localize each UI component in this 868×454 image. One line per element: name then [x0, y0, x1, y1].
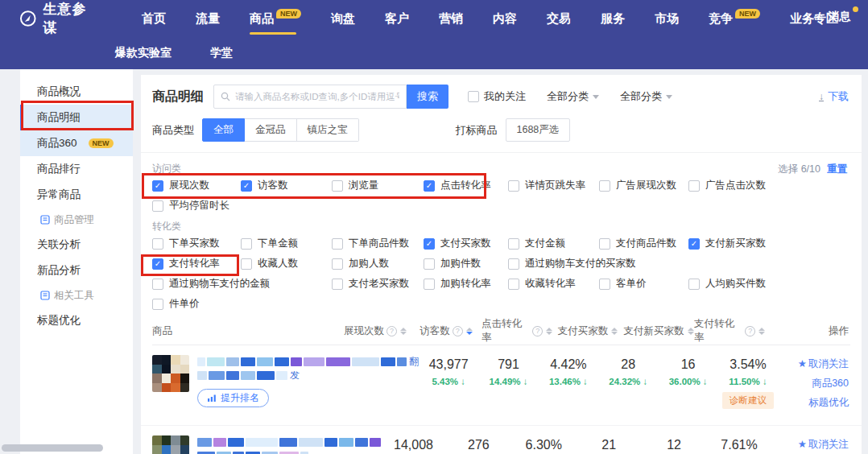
nav-item-link[interactable]: 交易 [547, 0, 571, 37]
nav-item-link[interactable]: 营销 [439, 0, 463, 37]
metric-checkbox[interactable]: ✓支付买家数 [424, 237, 508, 250]
column-header[interactable]: 访客数 [411, 324, 482, 338]
info-icon[interactable] [453, 326, 463, 336]
metric-checkbox[interactable]: 下单买家数 [152, 237, 241, 250]
sidebar-item[interactable]: 关联分析 [20, 232, 133, 258]
tag-1688-button[interactable]: 1688严选 [506, 118, 571, 142]
sidebar-item[interactable]: 商品360NEW [20, 130, 133, 156]
column-header-label: 操作 [829, 324, 849, 338]
info-icon[interactable] [386, 326, 397, 336]
nav-item-link[interactable]: 竞争NEW [709, 0, 760, 37]
nav-item-active[interactable]: 商品NEW [250, 0, 301, 37]
metric-checkbox[interactable]: ✓展现次数 [152, 179, 241, 192]
action-link[interactable]: ★取消关注 [778, 357, 849, 371]
nav-item-link[interactable]: 客户 [385, 0, 409, 37]
subnav-item[interactable]: 爆款实验室 [115, 46, 172, 60]
boost-ranking-button[interactable]: 提升排名 [197, 389, 269, 407]
metric-checkbox[interactable]: 通过购物车支付的金额 [152, 277, 332, 291]
nav-item-label: 营销 [439, 11, 463, 27]
sort-control[interactable] [466, 328, 473, 335]
sidebar-item[interactable]: 商品管理 [20, 208, 133, 232]
thumbnail-pixel [152, 355, 162, 365]
sidebar-item[interactable]: 异常商品 [20, 182, 133, 208]
metric-checkbox[interactable]: 广告展现次数 [599, 179, 688, 192]
product-title-redacted[interactable] [197, 437, 381, 448]
metric-checkbox[interactable]: 下单金额 [241, 237, 332, 250]
action-link[interactable]: ★取消关注 [771, 438, 849, 452]
sidebar-item[interactable]: 商品排行 [20, 156, 133, 182]
metric-checkbox[interactable]: 通过购物车支付的买家数 [508, 257, 688, 270]
category-dropdown-2[interactable]: 全部分类 [620, 89, 672, 104]
metric-checkbox[interactable]: 加购转化率 [424, 277, 508, 291]
products-table: 商品展现次数访客数点击转化率支付买家数支付新买家数支付转化率操作 翻发提升排名4… [141, 320, 862, 454]
sidebar-item[interactable]: 商品明细 [20, 105, 133, 130]
metric-checkbox-label: 支付转化率 [169, 257, 220, 270]
metric-checkbox[interactable]: 下单商品件数 [332, 237, 424, 250]
sort-control[interactable] [400, 328, 407, 335]
action-link[interactable]: 商品360 [778, 377, 849, 390]
metric-checkbox[interactable]: ✓支付新买家数 [688, 237, 850, 250]
metric-checkbox[interactable]: ✓点击转化率 [424, 179, 508, 192]
metric-checkbox[interactable]: 平均停留时长 [152, 199, 241, 213]
product-title-redacted[interactable]: 翻 [197, 357, 419, 367]
product-thumbnail[interactable] [152, 355, 189, 392]
metric-checkbox[interactable]: ✓访客数 [241, 179, 332, 192]
thumbnail-pixel [180, 355, 190, 365]
metric-checkbox[interactable]: ✓支付转化率 [152, 257, 241, 270]
product-thumbnail[interactable] [152, 435, 189, 454]
sidebar-item[interactable]: 标题优化 [20, 307, 133, 333]
nav-item-link[interactable]: 询盘 [331, 0, 355, 37]
product-title-redacted[interactable] [197, 451, 381, 454]
category-dropdown-1[interactable]: 全部分类 [547, 89, 599, 104]
metric-checkbox[interactable]: 收藏转化率 [508, 277, 599, 291]
metric-checkbox[interactable]: 人均购买件数 [688, 277, 850, 291]
column-header[interactable]: 点击转化率 [482, 317, 552, 345]
horizontal-scrollbar[interactable] [2, 444, 103, 452]
sidebar-item[interactable]: 相关工具 [20, 283, 133, 307]
metric-checkbox[interactable]: 加购件数 [424, 257, 508, 270]
metric-checkbox[interactable]: 客单价 [599, 277, 688, 291]
nav-item-link[interactable]: 内容 [493, 0, 517, 37]
product-type-button[interactable]: 镇店之宝 [297, 118, 359, 142]
metric-checkbox[interactable]: 支付商品件数 [599, 237, 688, 250]
column-header[interactable]: 支付新买家数 [623, 324, 694, 338]
nav-item-link[interactable]: 市场 [655, 0, 679, 37]
sidebar-item[interactable]: 新品分析 [20, 258, 133, 283]
messages-button[interactable]: ✉ 消息 [814, 10, 850, 24]
metric-checkbox[interactable]: 收藏人数 [241, 257, 332, 270]
metric-checkbox[interactable]: 加购人数 [332, 257, 424, 270]
sidebar-item[interactable]: 商品概况 [20, 79, 133, 105]
column-header[interactable]: 展现次数 [340, 324, 411, 338]
product-title-redacted[interactable]: 发 [197, 370, 419, 381]
info-icon[interactable] [745, 326, 755, 336]
product-type-button[interactable]: 金冠品 [245, 118, 297, 142]
sidebar-item-label: 关联分析 [37, 237, 81, 252]
info-icon[interactable] [532, 326, 543, 336]
nav-item-link[interactable]: 首页 [142, 0, 166, 37]
brand[interactable]: 生意参谋 [19, 0, 100, 37]
search-input[interactable] [235, 92, 399, 101]
reset-link[interactable]: 重置 [827, 163, 847, 176]
filter-row: 件单价 [152, 294, 850, 314]
sort-control[interactable] [758, 328, 765, 335]
sort-control[interactable] [546, 328, 552, 335]
column-header[interactable]: 支付买家数 [552, 324, 623, 338]
metric-checkbox[interactable]: 件单价 [152, 297, 241, 311]
my-focus-checkbox[interactable]: 我的关注 [468, 89, 526, 104]
subnav-item[interactable]: 学堂 [210, 46, 233, 60]
search-button[interactable]: 搜索 [407, 85, 448, 109]
nav-item-link[interactable]: 服务 [601, 0, 625, 37]
sort-control[interactable] [611, 328, 618, 335]
metric-checkbox[interactable]: 支付金额 [508, 237, 599, 250]
action-link[interactable]: 标题优化 [778, 396, 849, 410]
metric-checkbox[interactable]: 支付老买家数 [332, 277, 424, 291]
sort-control[interactable] [688, 328, 694, 335]
metric-checkbox[interactable]: 浏览量 [332, 179, 424, 192]
product-type-button[interactable]: 全部 [202, 118, 245, 142]
metric-checkbox[interactable]: 广告点击次数 [688, 179, 850, 192]
metric-checkbox[interactable]: 详情页跳失率 [508, 179, 599, 192]
download-button[interactable]: ↓ 下载 [819, 89, 849, 104]
column-header[interactable]: 支付转化率 [694, 317, 765, 345]
nav-item-link[interactable]: 流量 [196, 0, 220, 37]
diagnose-suggestion-badge[interactable]: 诊断建议 [722, 392, 774, 409]
